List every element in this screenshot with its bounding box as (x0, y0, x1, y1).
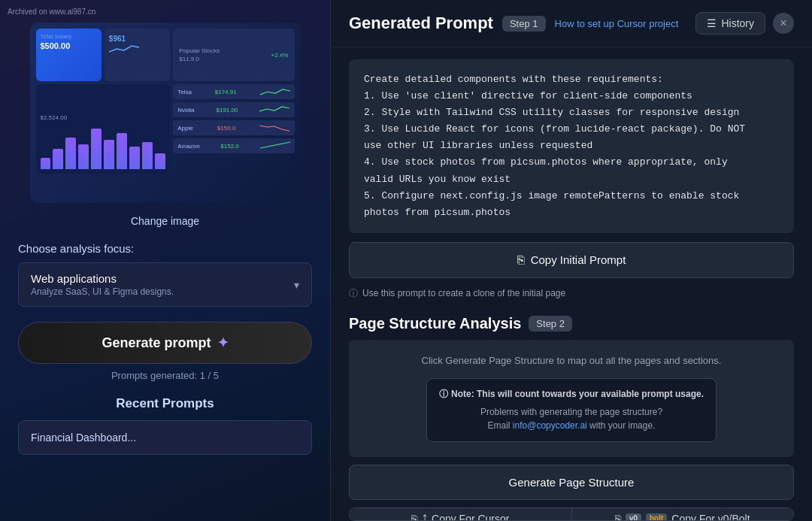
info-icon: ⓘ (349, 287, 358, 300)
image-preview: Total Salary $500.00 $961 Popular Stocks… (30, 23, 301, 203)
copy-icon-cursor: ⎘ (411, 513, 417, 521)
generate-prompt-button[interactable]: Generate prompt ✦ (18, 322, 312, 364)
prompt-content-box: Create detailed components with these re… (349, 59, 794, 233)
click-generate-text: Click Generate Page Structure to map out… (364, 355, 779, 366)
step2-badge: Step 2 (529, 316, 572, 332)
sparkle-icon: ✦ (217, 335, 229, 351)
mini-line-2: Nvidia $191.00 (173, 102, 294, 117)
how-to-link[interactable]: How to set up Cursor project (555, 18, 679, 29)
recent-prompts-title: Recent Prompts (116, 396, 214, 411)
copy-bottom-row: ⎘ ⤴ Copy For Cursor ⎘ v0 bolt Copy For v… (349, 507, 794, 521)
note-box: ⓘ Note: This will count towards your ava… (426, 378, 717, 442)
page-structure-box: Click Generate Page Structure to map out… (349, 340, 794, 457)
select-sub-text: Analyze SaaS, UI & Figma designs. (31, 286, 174, 297)
info-line: ⓘ Use this prompt to create a clone of t… (331, 287, 812, 300)
recent-item-1[interactable]: Financial Dashboard... (18, 420, 312, 455)
prompt-text: Create detailed components with these re… (364, 71, 779, 221)
mini-line-4: Amazon $152.0 (173, 138, 294, 153)
copy-icon-v0: ⎘ (615, 513, 621, 521)
info-text: Use this prompt to create a clone of the… (362, 288, 565, 298)
step1-badge: Step 1 (502, 16, 546, 32)
bar-1 (41, 158, 51, 169)
generate-btn-label: Generate prompt (102, 335, 211, 351)
prompts-count: Prompts generated: 1 / 5 (111, 370, 219, 381)
right-panel-header: Generated Prompt Step 1 How to set up Cu… (331, 0, 812, 47)
bar-10 (155, 153, 165, 169)
right-panel: Generated Prompt Step 1 How to set up Cu… (331, 0, 812, 521)
note-email-text: Email (488, 420, 511, 431)
copy-initial-prompt-button[interactable]: ⎘ Copy Initial Prompt (349, 242, 794, 278)
cursor-arrow-icon: ⤴ (422, 513, 427, 521)
note-text: Problems with generating the page struct… (439, 405, 704, 432)
note-email-suffix: with your image. (589, 420, 655, 431)
analysis-focus-select[interactable]: Web applications Analyze SaaS, UI & Figm… (18, 262, 312, 307)
copy-icon: ⎘ (517, 253, 525, 267)
note-title: ⓘ Note: This will count towards your ava… (439, 388, 704, 401)
chevron-down-icon: ▾ (294, 279, 299, 291)
watermark: Archived on www.ai987.cn (8, 8, 95, 16)
list-icon: ☰ (707, 17, 717, 29)
bolt-badge: bolt (646, 513, 667, 521)
bar-3 (65, 138, 76, 169)
copy-initial-label: Copy Initial Prompt (531, 253, 626, 266)
bar-6 (104, 140, 114, 169)
page-structure-header: Page Structure Analysis Step 2 (331, 306, 812, 340)
right-cards: Telsa $174.91 Nvidia $191.00 Apple $150.… (173, 84, 294, 174)
generated-prompt-title: Generated Prompt (349, 14, 493, 33)
v0-badge: v0 (626, 513, 641, 521)
note-email-link[interactable]: info@copycoder.ai (513, 420, 587, 431)
copy-cursor-label: Copy For Cursor (432, 513, 509, 521)
bar-chart-area: $2,524.00 (36, 84, 171, 174)
mini-line-1: Telsa $174.91 (173, 84, 294, 99)
mock-card-2: $961 (105, 29, 170, 81)
dashboard-mock-image: Total Salary $500.00 $961 Popular Stocks… (30, 23, 301, 203)
note-body-text: Problems with generating the page struct… (480, 407, 662, 417)
bar-4 (78, 144, 89, 169)
copy-v0-label: Copy For v0/Bolt (671, 513, 750, 521)
close-button[interactable]: × (773, 13, 794, 34)
bar-5 (91, 129, 102, 169)
copy-for-v0-bolt-button[interactable]: ⎘ v0 bolt Copy For v0/Bolt (572, 508, 794, 521)
choose-analysis-label: Choose analysis focus: (18, 242, 134, 255)
history-button[interactable]: ☰ History (695, 12, 765, 35)
mini-line-3: Apple $150.0 (173, 120, 294, 135)
mock-card-3: Popular Stocks $11.9.0 +2.4% (173, 29, 294, 81)
left-panel: Archived on www.ai987.cn Total Salary $5… (0, 0, 331, 521)
note-icon: ⓘ (439, 388, 448, 401)
copy-for-cursor-button[interactable]: ⎘ ⤴ Copy For Cursor (350, 508, 572, 521)
mock-card-1: Total Salary $500.00 (36, 29, 102, 81)
bar-9 (142, 142, 153, 169)
change-image-button[interactable]: Change image (131, 215, 199, 227)
bar-2 (53, 149, 63, 169)
bar-chart (41, 124, 166, 169)
select-main-text: Web applications (31, 272, 174, 285)
bar-7 (117, 133, 127, 169)
history-label: History (721, 17, 754, 29)
note-title-text: Note: This will count towards your avail… (451, 389, 704, 399)
page-structure-title: Page Structure Analysis (349, 315, 521, 332)
bar-8 (129, 147, 140, 169)
generate-page-structure-button[interactable]: Generate Page Structure (349, 465, 794, 500)
